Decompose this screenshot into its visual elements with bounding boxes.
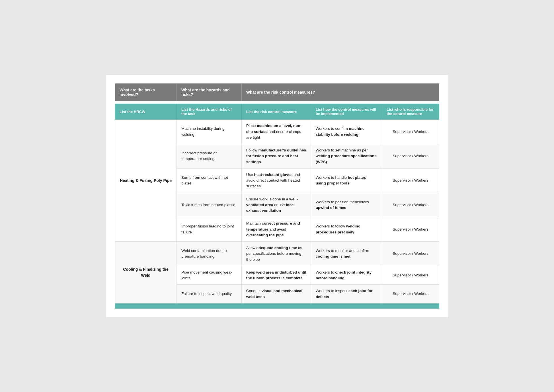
responsible-cell: Supervisor / Workers (382, 266, 439, 285)
responsible-cell: Supervisor / Workers (382, 144, 439, 169)
control-measure-cell: Use heat-resistant gloves and avoid dire… (241, 168, 311, 193)
hazard-cell: Pipe movement causing weak joints (177, 266, 241, 285)
task-cell: Heating & Fusing Poly Pipe (115, 120, 177, 242)
top-header-col3: What are the risk control measures? (241, 84, 439, 101)
responsible-cell: Supervisor / Workers (382, 285, 439, 303)
hazard-cell: Incorrect pressure or temperature settin… (177, 144, 241, 169)
main-table: What are the tasks involved? What are th… (115, 83, 439, 303)
implementation-cell: Workers to inspect each joint for defect… (311, 285, 382, 303)
control-measure-cell: Maintain correct pressure and temperatur… (241, 217, 311, 242)
control-measure-cell: Place machine on a level, non-slip surfa… (241, 120, 311, 144)
control-measure-cell: Ensure work is done in a well-ventilated… (241, 193, 311, 217)
responsible-cell: Supervisor / Workers (382, 242, 439, 266)
task-cell: Cooling & Finalizing the Weld (115, 242, 177, 303)
control-measure-cell: Allow adequate cooling time as per speci… (241, 242, 311, 266)
responsible-cell: Supervisor / Workers (382, 120, 439, 144)
sub-header-col4: List how the control measures will be im… (311, 104, 382, 120)
sub-header-col3: List the risk control measure (241, 104, 311, 120)
sub-header-col1: List the HRCW (115, 104, 177, 120)
hazard-cell: Burns from contact with hot plates (177, 168, 241, 193)
responsible-cell: Supervisor / Workers (382, 193, 439, 217)
implementation-cell: Workers to follow welding procedures pre… (311, 217, 382, 242)
implementation-cell: Workers to monitor and confirm cooling t… (311, 242, 382, 266)
implementation-cell: Workers to position themselves upwind of… (311, 193, 382, 217)
hazard-cell: Toxic fumes from heated plastic (177, 193, 241, 217)
table-body: Heating & Fusing Poly PipeMachine instab… (115, 120, 439, 303)
bottom-bar (115, 303, 439, 309)
responsible-cell: Supervisor / Workers (382, 168, 439, 193)
control-measure-cell: Conduct visual and mechanical weld tests (241, 285, 311, 303)
implementation-cell: Workers to set machine as per welding pr… (311, 144, 382, 169)
top-header-col2: What are the hazards and risks? (177, 84, 241, 101)
responsible-cell: Supervisor / Workers (382, 217, 439, 242)
hazard-cell: Weld contamination due to premature hand… (177, 242, 241, 266)
table-row: Heating & Fusing Poly PipeMachine instab… (115, 120, 439, 144)
hazard-cell: Failure to inspect weld quality (177, 285, 241, 303)
implementation-cell: Workers to handle hot plates using prope… (311, 168, 382, 193)
hazard-cell: Improper fusion leading to joint failure (177, 217, 241, 242)
hazard-cell: Machine instability during welding (177, 120, 241, 144)
page-container: What are the tasks involved? What are th… (106, 75, 448, 317)
control-measure-cell: Follow manufacturer's guidelines for fus… (241, 144, 311, 169)
implementation-cell: Workers to confirm machine stability bef… (311, 120, 382, 144)
sub-header-col5: List who is responsible for the control … (382, 104, 439, 120)
control-measure-cell: Keep weld area undisturbed until the fus… (241, 266, 311, 285)
top-header-row: What are the tasks involved? What are th… (115, 84, 439, 101)
top-header-col1: What are the tasks involved? (115, 84, 177, 101)
table-row: Cooling & Finalizing the WeldWeld contam… (115, 242, 439, 266)
implementation-cell: Workers to check joint integrity before … (311, 266, 382, 285)
spacer-row (115, 101, 439, 104)
sub-header-col2: List the Hazards and risks of the task (177, 104, 241, 120)
sub-header-row: List the HRCW List the Hazards and risks… (115, 104, 439, 120)
